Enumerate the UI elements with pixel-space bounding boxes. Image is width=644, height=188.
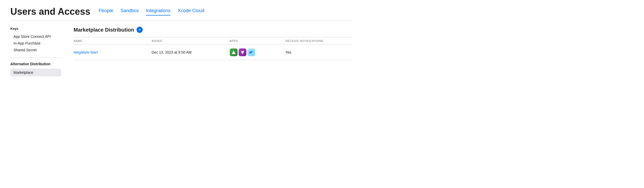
page-title: Users and Access bbox=[10, 6, 90, 17]
svg-marker-2 bbox=[242, 53, 243, 54]
tab-xcode-cloud[interactable]: Xcode Cloud bbox=[178, 8, 204, 16]
marketplace-added-date: Dec 13, 2023 at 9:50 AM bbox=[152, 50, 191, 54]
app-icons-group bbox=[230, 48, 285, 56]
main-content: Marketplace Distribution + NAME ADDED AP… bbox=[67, 27, 352, 76]
header-divider bbox=[10, 20, 352, 20]
col-header-added: ADDED bbox=[152, 37, 230, 45]
body-layout: Keys App Store Connect API In-App Purcha… bbox=[10, 27, 352, 76]
sidebar-divider bbox=[10, 57, 61, 58]
tab-integrations[interactable]: Integrations bbox=[146, 8, 170, 16]
sidebar: Keys App Store Connect API In-App Purcha… bbox=[10, 27, 67, 76]
sidebar-item-shared-secret[interactable]: Shared Secret bbox=[10, 47, 61, 53]
page-header: Users and Access People Sandbox Integrat… bbox=[10, 6, 352, 17]
tab-navigation: People Sandbox Integrations Xcode Cloud bbox=[99, 8, 204, 16]
app-icon-3 bbox=[247, 48, 255, 56]
app-icon-2 bbox=[239, 48, 246, 56]
add-marketplace-button[interactable]: + bbox=[137, 27, 143, 33]
marketplace-name-link[interactable]: Megabyte Mart bbox=[74, 50, 98, 54]
sidebar-item-marketplace[interactable]: Marketplace bbox=[10, 69, 61, 76]
svg-marker-0 bbox=[232, 50, 236, 54]
table-header: NAME ADDED APPS RECEIVE NOTIFICATIONS bbox=[74, 37, 352, 45]
table-row: Megabyte Mart Dec 13, 2023 at 9:50 AM bbox=[74, 45, 352, 60]
marketplace-table: NAME ADDED APPS RECEIVE NOTIFICATIONS Me… bbox=[74, 37, 352, 60]
alt-distribution-section-title: Alternative Distribution bbox=[10, 62, 61, 66]
col-header-apps: APPS bbox=[230, 37, 285, 45]
tab-sandbox[interactable]: Sandbox bbox=[120, 8, 139, 16]
app-icon-1 bbox=[230, 48, 238, 56]
keys-section-title: Keys bbox=[10, 27, 61, 31]
svg-point-3 bbox=[243, 51, 244, 52]
sidebar-item-app-store-connect-api[interactable]: App Store Connect API bbox=[10, 33, 61, 40]
col-header-notifications: RECEIVE NOTIFICATIONS bbox=[285, 37, 352, 45]
sidebar-item-in-app-purchase[interactable]: In-App Purchase bbox=[10, 40, 61, 47]
section-header: Marketplace Distribution + bbox=[74, 27, 352, 33]
marketplace-notifications: Yes bbox=[285, 50, 291, 54]
section-title: Marketplace Distribution bbox=[74, 27, 134, 33]
col-header-name: NAME bbox=[74, 37, 152, 45]
tab-people[interactable]: People bbox=[99, 8, 113, 16]
